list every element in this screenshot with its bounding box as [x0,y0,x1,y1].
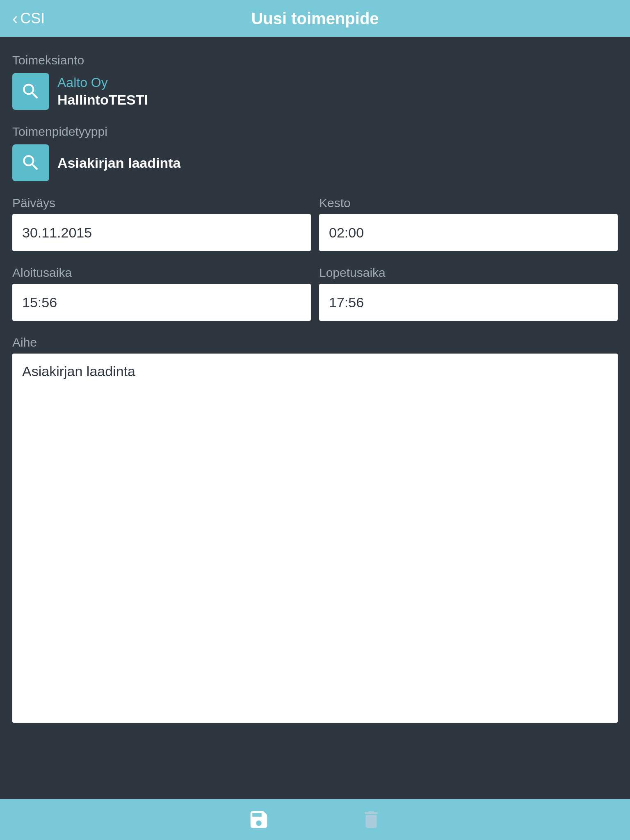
kesto-label: Kesto [319,196,618,210]
bottom-toolbar [0,799,630,840]
client-title: Aalto Oy [57,75,148,90]
lopetusaika-input[interactable] [319,284,618,321]
back-label: CSI [20,10,45,27]
main-content: Toimeksianto Aalto Oy HallintoTESTI Toim… [0,37,630,724]
paivaays-input[interactable] [12,214,311,251]
page-title: Uusi toimenpide [251,9,379,28]
client-icon [12,73,49,110]
type-icon [12,144,49,181]
type-search-icon [21,153,41,173]
app-header: ‹ CSI Uusi toimenpide [0,0,630,37]
aloitusaika-label: Aloitusaika [12,266,311,280]
aloitusaika-group: Aloitusaika [12,251,311,321]
save-icon [248,808,270,831]
delete-button[interactable] [356,804,386,835]
save-button[interactable] [244,804,274,835]
kesto-group: Kesto [319,181,618,251]
paivaays-group: Päiväys [12,181,311,251]
search-icon [21,81,41,102]
type-name: Asiakirjan laadinta [57,155,180,171]
aika-row: Aloitusaika Lopetusaika [12,251,618,321]
lopetusaika-group: Lopetusaika [319,251,618,321]
toimeksianto-label: Toimeksianto [12,53,618,67]
paivaays-label: Päiväys [12,196,311,210]
type-card[interactable]: Asiakirjan laadinta [12,144,618,181]
aihe-textarea[interactable] [12,354,618,723]
delete-icon [360,808,382,831]
date-kesto-row: Päiväys Kesto [12,181,618,251]
aihe-label: Aihe [12,336,618,349]
client-info: Aalto Oy HallintoTESTI [57,75,148,108]
client-subtitle: HallintoTESTI [57,92,148,108]
lopetusaika-label: Lopetusaika [319,266,618,280]
kesto-input[interactable] [319,214,618,251]
client-card[interactable]: Aalto Oy HallintoTESTI [12,73,618,110]
back-button[interactable]: ‹ CSI [12,10,45,27]
toimenpidetyyppi-label: Toimenpidetyyppi [12,125,618,139]
aloitusaika-input[interactable] [12,284,311,321]
back-chevron-icon: ‹ [12,10,18,27]
